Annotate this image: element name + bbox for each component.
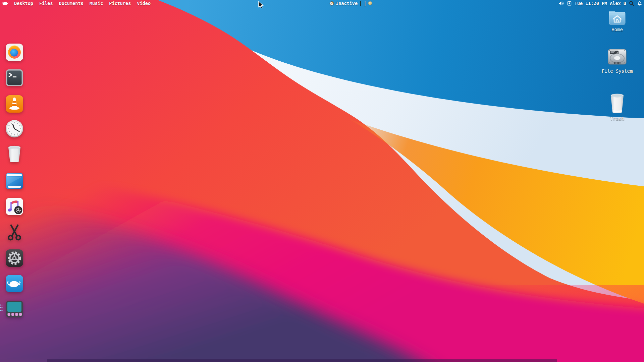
search-icon[interactable] — [629, 0, 634, 6]
dock-item-clock[interactable] — [5, 119, 23, 138]
desktop-screen: Desktop Files Documents Music Pictures V… — [0, 0, 644, 362]
dock-item-terminal[interactable] — [5, 68, 23, 87]
trash-can-icon — [608, 93, 627, 115]
trash-cup-icon — [5, 145, 23, 164]
battery-charging-icon[interactable] — [567, 0, 572, 6]
music-note-gear-icon — [5, 197, 23, 216]
xfce-mouse-icon — [5, 274, 23, 293]
menu-item-video[interactable]: Video — [134, 0, 154, 6]
blue-window-icon — [5, 172, 23, 190]
menu-item-pictures[interactable]: Pictures — [106, 0, 134, 6]
hard-drive-icon — [606, 47, 628, 67]
timer-status-plugin[interactable]: Inactive | | — [329, 0, 372, 6]
desktop-icon-label: Home — [611, 27, 623, 32]
desktop-icon-file-system[interactable]: File System — [598, 47, 637, 74]
dock-item-panel-preferences[interactable] — [5, 300, 23, 318]
gear-icon — [5, 249, 23, 267]
menu-item-files[interactable]: Files — [36, 0, 56, 6]
desktop-icon-home[interactable]: Home — [598, 8, 637, 32]
panel-clock[interactable]: Tue 11:20 PM — [575, 1, 607, 6]
home-folder-icon — [606, 8, 628, 25]
dock-item-xfce-about[interactable] — [5, 274, 23, 293]
menu-item-desktop[interactable]: Desktop — [11, 0, 36, 6]
menu-item-music[interactable]: Music — [87, 0, 106, 6]
terminal-icon — [5, 68, 23, 87]
panel-screen-icon — [5, 300, 23, 318]
vlc-cone-icon — [5, 95, 23, 113]
scissors-icon — [5, 223, 23, 242]
big-sur-wallpaper — [0, 0, 644, 362]
status-separator-bar: | — [364, 1, 366, 6]
top-menubar: Desktop Files Documents Music Pictures V… — [0, 0, 644, 6]
desktop-icon-trash[interactable]: Trash — [598, 93, 637, 121]
timer-icon — [329, 0, 334, 6]
dock-item-trash[interactable] — [5, 145, 23, 164]
firefox-icon — [5, 43, 23, 62]
desktop-icon-label: File System — [602, 68, 633, 74]
orange-dot-icon[interactable] — [368, 0, 372, 6]
dock-grip-handle[interactable] — [0, 304, 3, 313]
dock-item-desktop-window[interactable] — [5, 172, 23, 190]
bell-icon[interactable] — [637, 0, 642, 6]
desktop-icon-label: Trash — [610, 116, 624, 121]
dock-item-cut-tool[interactable] — [5, 223, 23, 242]
dock-item-music-settings[interactable] — [5, 197, 23, 216]
speaker-icon[interactable] — [558, 0, 564, 6]
analog-clock-icon — [5, 119, 23, 138]
user-menu[interactable]: Alex B — [610, 1, 626, 6]
dock-item-firefox[interactable] — [5, 43, 23, 62]
status-cursor-bar: | — [359, 1, 362, 6]
menu-item-documents[interactable]: Documents — [56, 0, 87, 6]
hidden-bottom-panel[interactable] — [47, 359, 557, 362]
dock-item-vlc[interactable] — [5, 95, 23, 113]
xfce-mouse-logo-icon[interactable] — [2, 1, 9, 6]
timer-status-label: Inactive — [336, 1, 358, 6]
dock-item-settings[interactable] — [5, 249, 23, 267]
